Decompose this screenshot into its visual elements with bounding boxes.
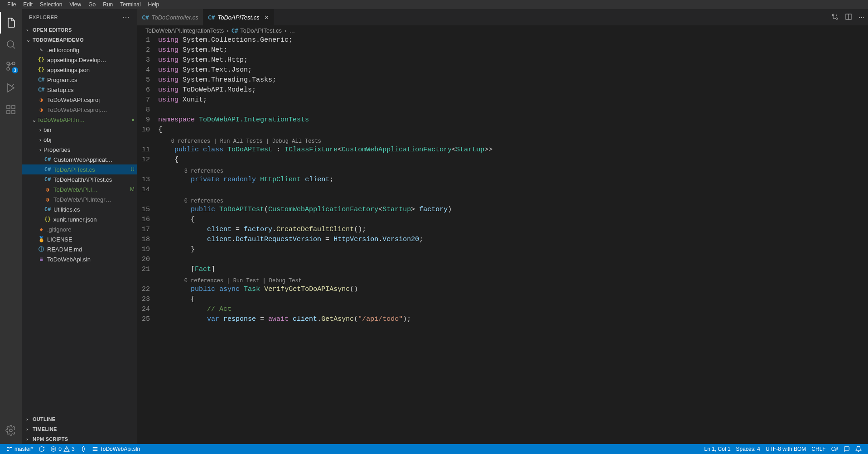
menu-run[interactable]: Run — [99, 1, 116, 8]
compare-changes-icon[interactable] — [831, 13, 839, 22]
menu-view[interactable]: View — [66, 1, 85, 8]
status-branch[interactable]: master* — [4, 444, 36, 454]
sidebar-more-icon[interactable]: ⋯ — [122, 13, 130, 21]
status-bell-icon[interactable] — [853, 444, 864, 454]
breadcrumb-segment[interactable]: ToDoWebAPI.IntegrationTests — [145, 27, 224, 34]
tree-file[interactable]: C#Program.cs — [22, 75, 137, 85]
code-content[interactable]: using System.Collections.Generic;using S… — [158, 35, 868, 444]
tree-item-label: ToDoWebAPI.csproj — [47, 97, 135, 103]
activity-extensions-icon[interactable] — [0, 99, 22, 121]
status-sync[interactable] — [36, 444, 48, 454]
tree-file[interactable]: ⓘREADME.md — [22, 244, 137, 254]
menu-bar: FileEditSelectionViewGoRunTerminalHelp — [0, 0, 868, 9]
editor-area: C#ToDoController.csC#ToDoAPITest.cs✕ ⋯ T… — [137, 9, 868, 444]
split-editor-icon[interactable] — [845, 13, 852, 22]
menu-edit[interactable]: Edit — [19, 1, 36, 8]
menu-go[interactable]: Go — [85, 1, 99, 8]
tree-file[interactable]: ◑ToDoWebAPI.Integr… — [22, 194, 137, 204]
tree-file[interactable]: C#Startup.cs — [22, 85, 137, 95]
activity-scm-icon[interactable]: 3 — [0, 55, 22, 77]
tree-file[interactable]: 🏅LICENSE — [22, 234, 137, 244]
csharp-icon: C# — [142, 14, 149, 21]
status-live[interactable] — [77, 444, 89, 454]
feed-icon: ◑ — [43, 186, 52, 193]
tree-file[interactable]: C#Utilities.cs — [22, 204, 137, 214]
svg-rect-5 — [12, 106, 15, 109]
tree-file[interactable]: C#ToDoAPITest.csU — [22, 164, 137, 174]
breadcrumb[interactable]: ToDoWebAPI.IntegrationTests›C#ToDoAPITes… — [137, 25, 868, 35]
editor-tab[interactable]: C#ToDoController.cs — [137, 9, 203, 25]
breadcrumb-separator-icon: › — [285, 27, 286, 34]
tree-file[interactable]: ◆.gitignore — [22, 224, 137, 234]
breadcrumb-segment[interactable]: ToDoAPITest.cs — [240, 27, 282, 34]
tree-folder[interactable]: ›Properties — [22, 145, 137, 155]
menu-help[interactable]: Help — [145, 1, 163, 8]
line-gutter: 1234567891011121314151617181920212223242… — [137, 35, 158, 444]
svg-point-0 — [7, 41, 14, 47]
tree-file[interactable]: ◑ToDoWebAPI.csproj — [22, 95, 137, 105]
tree-item-label: ToDoWebAPI.I… — [53, 186, 127, 193]
tree-item-label: ToDoHealthAPITest.cs — [53, 176, 135, 183]
status-problems[interactable]: 0 3 — [48, 444, 77, 454]
status-eol[interactable]: CRLF — [809, 444, 828, 454]
activity-search-icon[interactable] — [0, 34, 22, 55]
status-language[interactable]: C# — [829, 444, 841, 454]
open-editors-section[interactable]: › OPEN EDITORS — [22, 25, 137, 35]
status-warnings: 3 — [72, 446, 75, 452]
tree-file[interactable]: {}xunit.runner.json — [22, 214, 137, 224]
tree-file[interactable]: ◑ToDoWebAPI.csproj.… — [22, 105, 137, 115]
tree-file[interactable]: ✎.editorconfig — [22, 45, 137, 55]
tree-file[interactable]: {}appsettings.Develop… — [22, 55, 137, 65]
status-position[interactable]: Ln 1, Col 1 — [702, 444, 733, 454]
tree-file[interactable]: C#ToDoHealthAPITest.cs — [22, 174, 137, 184]
outline-section[interactable]: › OUTLINE — [22, 414, 137, 424]
tree-folder[interactable]: ⌄ToDoWebAPI.In…● — [22, 115, 137, 125]
cs-icon: C# — [43, 166, 52, 173]
status-lang-label: C# — [831, 446, 838, 452]
close-icon[interactable]: ✕ — [264, 14, 269, 21]
code-lens[interactable]: 0 references | Run All Tests | Debug All… — [158, 135, 868, 145]
activity-run-icon[interactable] — [0, 77, 22, 99]
cs-icon: C# — [37, 87, 45, 93]
md-icon: ⓘ — [37, 246, 45, 253]
tree-item-label: appsettings.json — [47, 67, 135, 73]
scm-decoration: U — [128, 166, 135, 173]
tree-file[interactable]: ≡ToDoWebApi.sln — [22, 254, 137, 264]
svg-point-10 — [836, 18, 838, 19]
chevron-icon: › — [37, 126, 43, 133]
tree-folder[interactable]: ›bin — [22, 125, 137, 135]
breadcrumb-segment[interactable]: … — [289, 27, 295, 34]
code-editor[interactable]: 1234567891011121314151617181920212223242… — [137, 35, 868, 444]
menu-file[interactable]: File — [4, 1, 19, 8]
status-file[interactable]: ToDoWebApi.sln — [89, 444, 143, 454]
tree-file[interactable]: {}appsettings.json — [22, 65, 137, 75]
tree-folder[interactable]: ›obj — [22, 135, 137, 145]
timeline-section[interactable]: › TIMELINE — [22, 424, 137, 434]
svg-point-12 — [7, 447, 8, 448]
tree-file[interactable]: ◑ToDoWebAPI.I…M — [22, 184, 137, 194]
menu-terminal[interactable]: Terminal — [116, 1, 144, 8]
svg-point-2 — [7, 68, 10, 70]
workspace-section[interactable]: ⌄ TODOWEBAPIDEMO — [22, 35, 137, 45]
json-icon: {} — [37, 67, 45, 73]
tab-label: ToDoController.cs — [152, 14, 198, 21]
menu-selection[interactable]: Selection — [36, 1, 66, 8]
npm-scripts-section[interactable]: › NPM SCRIPTS — [22, 434, 137, 444]
activity-settings-icon[interactable] — [0, 420, 22, 441]
more-actions-icon[interactable]: ⋯ — [858, 14, 864, 21]
tree-file[interactable]: C#CustomWebApplicat… — [22, 155, 137, 164]
status-spaces[interactable]: Spaces: 4 — [733, 444, 763, 454]
status-encoding[interactable]: UTF-8 with BOM — [763, 444, 809, 454]
chevron-down-icon: ⌄ — [26, 37, 33, 43]
svg-rect-6 — [7, 111, 10, 114]
status-feedback-icon[interactable] — [841, 444, 853, 454]
activity-explorer-icon[interactable] — [0, 12, 22, 34]
status-pos-label: Ln 1, Col 1 — [704, 446, 731, 452]
svg-point-3 — [7, 62, 10, 65]
code-lens[interactable]: 3 references — [158, 165, 868, 175]
code-lens[interactable]: 0 references — [158, 195, 868, 205]
tab-label: ToDoAPITest.cs — [217, 14, 259, 21]
editor-tab[interactable]: C#ToDoAPITest.cs✕ — [203, 9, 274, 25]
tree-item-label: Program.cs — [47, 77, 135, 83]
code-lens[interactable]: 0 references | Run Test | Debug Test — [158, 275, 868, 285]
